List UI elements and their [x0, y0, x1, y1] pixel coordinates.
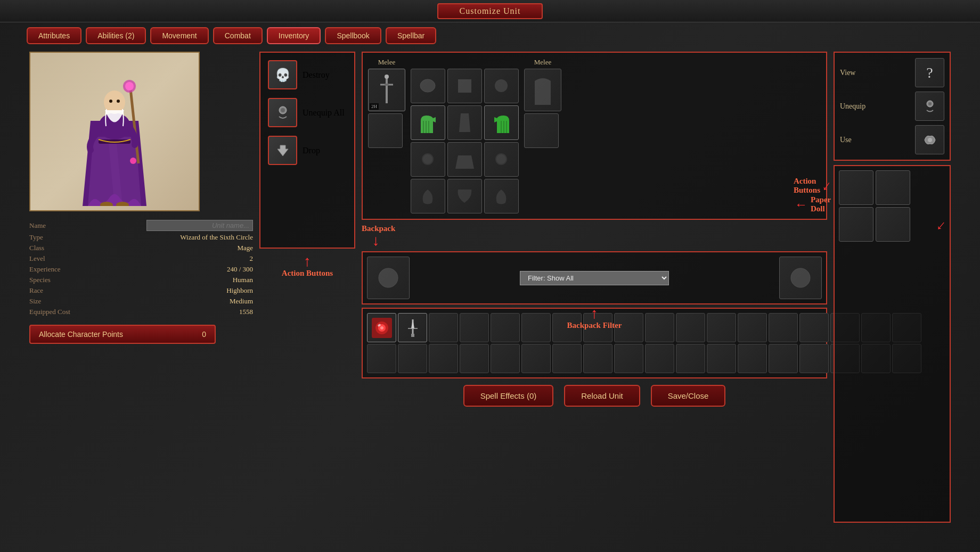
tab-spellbar[interactable]: Spellbar: [386, 27, 436, 44]
equip-slot-glove-r[interactable]: [484, 105, 519, 140]
bp-slot-r2-15[interactable]: [799, 344, 829, 373]
paper-doll-slot-2[interactable]: [876, 170, 910, 205]
paper-doll-slot-1[interactable]: [839, 170, 873, 205]
stat-value-race: Highborn: [226, 286, 253, 295]
bp-slot-9[interactable]: [614, 313, 643, 342]
bp-slot-r2-6[interactable]: [521, 344, 551, 373]
unequip-all-button[interactable]: Unequip All: [266, 96, 349, 129]
equip-slot-r3c1[interactable]: [411, 142, 445, 177]
bp-slot-r2-1[interactable]: [367, 344, 396, 373]
spellbar-unequip-icon[interactable]: [915, 92, 944, 121]
stat-value-level: 2: [250, 254, 254, 263]
drop-button[interactable]: Drop: [266, 134, 349, 167]
equip-slot-r3c3[interactable]: [484, 142, 519, 177]
stat-row-name: Name: [29, 220, 253, 231]
stat-row-cost: Equipped Cost 1558: [29, 308, 253, 316]
bp-slot-5[interactable]: [491, 313, 520, 342]
paper-doll-grid: [839, 170, 945, 242]
bp-slot-r2-5[interactable]: [491, 344, 520, 373]
equip-slot-chest[interactable]: [447, 69, 482, 103]
equip-grid: [411, 69, 519, 213]
tab-row: Attributes Abilities (2) Movement Combat…: [27, 22, 953, 49]
equip-slot-legs[interactable]: [447, 105, 482, 140]
bp-slot-11[interactable]: [676, 313, 705, 342]
bp-slot-r2-10[interactable]: [645, 344, 674, 373]
equip-slot-head[interactable]: [411, 69, 445, 103]
bottom-buttons: Spell Effects (0) Reload Unit Save/Close: [362, 385, 827, 407]
tab-attributes[interactable]: Attributes: [27, 27, 81, 44]
stat-label-size: Size: [29, 297, 41, 306]
backpack-grid-section: ↑ Backpack Filter: [362, 308, 827, 378]
bp-slot-r2-14[interactable]: [769, 344, 798, 373]
character-stats: Name Type Wizard of the Sixth Circle Cla…: [29, 220, 253, 316]
unequip-all-label: Unequip All: [303, 108, 345, 118]
backpack-filter-select[interactable]: Filter: Show All Weapons Armor Spells Co…: [520, 271, 669, 285]
equip-slot-glove-l[interactable]: [411, 105, 445, 140]
bp-slot-15[interactable]: [799, 313, 829, 342]
bp-slot-14[interactable]: [769, 313, 798, 342]
backpack-top-section: Filter: Show All Weapons Armor Spells Co…: [362, 251, 827, 304]
backpack-item-sword[interactable]: [398, 313, 427, 342]
equip-slot-r3[interactable]: [484, 69, 519, 103]
name-input[interactable]: [146, 220, 253, 231]
bp-slot-8[interactable]: [583, 313, 612, 342]
equip-slot-r4c1[interactable]: [411, 179, 445, 213]
allocate-value: 0: [202, 330, 206, 339]
action-buttons-arrow-up: ↑: [304, 254, 311, 269]
bp-slot-r2-9[interactable]: [614, 344, 643, 373]
top-bar: Customize Unit: [0, 0, 980, 22]
equip-slot-1[interactable]: [368, 113, 403, 148]
reload-unit-button[interactable]: Reload Unit: [564, 385, 640, 407]
bp-slot-r2-2[interactable]: [398, 344, 427, 373]
svg-point-24: [422, 154, 433, 164]
bp-slot-r2-13[interactable]: [738, 344, 767, 373]
tab-inventory[interactable]: Inventory: [267, 27, 321, 44]
backpack-item-spell[interactable]: [367, 313, 396, 342]
bp-slot-r2-11[interactable]: [676, 344, 705, 373]
save-close-button[interactable]: Save/Close: [651, 385, 726, 407]
bp-slot-10[interactable]: [645, 313, 674, 342]
stat-value-species: Human: [233, 276, 253, 284]
offhand-slot[interactable]: [524, 69, 561, 111]
paper-doll-slot-3[interactable]: [839, 207, 873, 242]
backpack-slot-body[interactable]: [779, 257, 822, 299]
bp-slot-r2-4[interactable]: [460, 344, 489, 373]
right-panel: View ? Unequip Use: [834, 52, 951, 523]
spellbar-unequip-label: Unequip: [840, 102, 865, 111]
equip-slot-r2[interactable]: [524, 113, 559, 148]
bp-slot-3[interactable]: [429, 313, 458, 342]
bp-slot-12[interactable]: [707, 313, 736, 342]
equip-slot-r4c3[interactable]: [484, 179, 519, 213]
svg-marker-17: [277, 145, 288, 156]
tab-abilities[interactable]: Abilities (2): [86, 27, 146, 44]
spellbar-view-icon[interactable]: ?: [915, 58, 944, 87]
unequip-all-icon: [268, 98, 297, 127]
allocate-character-points-button[interactable]: Allocate Character Points 0: [29, 325, 216, 344]
svg-point-22: [420, 79, 435, 92]
equip-slot-r4c2[interactable]: [447, 179, 482, 213]
drop-label: Drop: [303, 146, 320, 155]
bp-slot-4[interactable]: [460, 313, 489, 342]
bp-slot-7[interactable]: [552, 313, 582, 342]
bp-slot-13[interactable]: [738, 313, 767, 342]
paper-doll-slot-4[interactable]: [876, 207, 910, 242]
backpack-grid-row1: [367, 313, 822, 342]
drop-icon: [268, 136, 297, 165]
equip-slot-r3c2[interactable]: [447, 142, 482, 177]
backpack-header-area: Backpack ↓: [362, 224, 827, 248]
destroy-button[interactable]: 💀 Destroy: [266, 58, 349, 92]
spell-effects-button[interactable]: Spell Effects (0): [463, 385, 554, 407]
backpack-slot-head[interactable]: [367, 257, 410, 299]
stat-label-type: Type: [29, 233, 43, 242]
bp-slot-r2-12[interactable]: [707, 344, 736, 373]
weapon-slot[interactable]: 2H: [368, 69, 405, 111]
tab-spellbook[interactable]: Spellbook: [325, 27, 381, 44]
tab-movement[interactable]: Movement: [150, 27, 208, 44]
tab-combat[interactable]: Combat: [213, 27, 263, 44]
spellbar-use-icon[interactable]: [915, 125, 944, 154]
bp-slot-r2-7[interactable]: [552, 344, 582, 373]
bp-slot-r2-3[interactable]: [429, 344, 458, 373]
bp-slot-r2-8[interactable]: [583, 344, 612, 373]
svg-point-7: [109, 100, 112, 103]
bp-slot-6[interactable]: [521, 313, 551, 342]
